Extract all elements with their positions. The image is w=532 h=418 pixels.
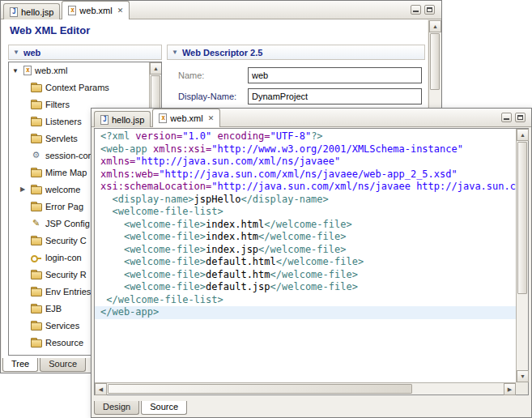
tree-item-label: Env Entries <box>45 287 91 296</box>
collapse-triangle-icon[interactable] <box>172 49 178 56</box>
tree-section-header[interactable]: web <box>8 45 162 60</box>
tab-hello-jsp[interactable]: hello.jsp <box>94 111 151 127</box>
tab-hello-jsp[interactable]: hello.jsp <box>3 3 60 19</box>
folder-icon <box>30 83 42 92</box>
tree-root-web-xml[interactable]: ▼web.xml <box>9 62 149 79</box>
tab-label: hello.jsp <box>112 115 144 125</box>
editor-tabbar: hello.jspweb.xml✕ <box>1 1 441 19</box>
maximize-glyph <box>517 115 523 120</box>
code-line[interactable]: </web-app> <box>95 306 516 319</box>
editor-tabbar: hello.jspweb.xml✕ <box>92 109 531 127</box>
scroll-thumb[interactable] <box>430 33 440 90</box>
window-buttons <box>411 5 435 15</box>
scroll-thumb[interactable] <box>108 384 412 394</box>
folder-icon <box>30 134 42 143</box>
collapse-triangle-icon[interactable]: ▼ <box>12 67 20 75</box>
source-editor: <?xml version="1.0" encoding="UTF-8"?><w… <box>94 128 529 395</box>
field-label: Display-Name: <box>178 92 236 101</box>
tree-section-title: web <box>23 48 40 58</box>
xml-file-icon <box>159 113 167 123</box>
code-line[interactable]: <?xml version="1.0" encoding="UTF-8"?> <box>100 130 516 143</box>
scroll-up-icon[interactable] <box>517 129 529 141</box>
code-line[interactable]: <welcome-file>default.html</welcome-file… <box>100 256 516 269</box>
descriptor-section-header[interactable]: Web Descriptor 2.5 <box>167 45 425 60</box>
minimize-glyph <box>504 118 509 120</box>
code-line[interactable]: xmlns="http://java.sun.com/xml/ns/javaee… <box>100 156 516 168</box>
view-tabs: DesignSource <box>94 401 189 415</box>
xml-file-icon <box>23 66 32 75</box>
field-input-name[interactable] <box>248 67 422 83</box>
source-editor-window: hello.jspweb.xml✕ <?xml version="1.0" en… <box>91 108 532 418</box>
code-line[interactable]: <welcome-file>index.html</welcome-file> <box>100 219 516 232</box>
scroll-down-icon[interactable] <box>517 370 529 382</box>
folder-icon <box>30 236 42 245</box>
key-icon <box>30 253 42 262</box>
form-row-1: Display-Name: <box>167 88 425 109</box>
scroll-up-icon[interactable] <box>150 62 162 75</box>
folder-icon <box>30 321 42 331</box>
tree-item-label: Security C <box>45 236 87 245</box>
pencil-icon <box>30 218 42 228</box>
tree-item-label: login-con <box>45 253 82 262</box>
close-icon[interactable]: ✕ <box>208 115 215 122</box>
scroll-right-icon[interactable] <box>504 383 516 395</box>
view-tab-tree[interactable]: Tree <box>2 358 38 372</box>
tab-web-xml[interactable]: web.xml✕ <box>152 109 220 127</box>
window-buttons <box>501 113 526 122</box>
maximize-glyph <box>427 7 432 12</box>
view-tab-design[interactable]: Design <box>94 401 139 415</box>
folder-icon <box>30 202 42 211</box>
tab-label: hello.jsp <box>21 7 53 17</box>
vertical-scrollbar[interactable] <box>516 129 528 382</box>
folder-icon <box>30 270 42 279</box>
tab-label: web.xml <box>170 113 202 123</box>
maximize-icon[interactable] <box>424 5 435 15</box>
expand-triangle-icon[interactable]: ▶ <box>19 186 27 193</box>
maximize-icon[interactable] <box>515 113 526 122</box>
jsp-file-icon <box>100 115 109 125</box>
tree-item-label: Error Pag <box>45 202 83 211</box>
collapse-triangle-icon[interactable] <box>13 49 19 56</box>
scroll-thumb[interactable] <box>517 142 527 294</box>
xml-file-icon <box>68 6 76 15</box>
tree-item-label: Context Params <box>45 83 109 92</box>
minimize-icon[interactable] <box>501 113 512 122</box>
view-tab-source[interactable]: Source <box>141 401 187 415</box>
code-line[interactable]: </welcome-file-list> <box>100 294 516 307</box>
gear-icon <box>30 150 42 160</box>
code-line[interactable]: <welcome-file>default.jsp</welcome-file> <box>100 281 516 294</box>
tree-item-label: Listeners <box>45 117 82 126</box>
horizontal-scrollbar[interactable] <box>95 382 516 395</box>
tab-label: web.xml <box>79 6 112 15</box>
code-line[interactable]: <welcome-file>index.htm</welcome-file> <box>100 231 516 244</box>
folder-icon <box>30 338 42 348</box>
code-line[interactable]: <welcome-file-list> <box>100 206 516 219</box>
scroll-left-icon[interactable] <box>95 383 107 395</box>
tree-item-context-params[interactable]: Context Params <box>9 79 149 96</box>
page-title: Web XML Editor <box>10 24 90 36</box>
folder-icon <box>30 168 42 177</box>
code-line[interactable]: <web-app xmlns:xsi="http://www.w3.org/20… <box>100 143 516 156</box>
view-tab-source[interactable]: Source <box>40 358 86 372</box>
code-line[interactable]: xmlns:web="http://java.sun.com/xml/ns/ja… <box>100 168 516 181</box>
tab-web-xml[interactable]: web.xml✕ <box>62 1 130 19</box>
minimize-icon[interactable] <box>411 5 421 15</box>
scroll-up-icon[interactable] <box>429 20 441 32</box>
field-label: Name: <box>178 70 204 80</box>
jsp-file-icon <box>10 7 18 17</box>
tree-item-label: EJB <box>45 304 62 314</box>
tree-item-label: Mime Map <box>45 168 87 177</box>
tree-item-label: session-con <box>45 151 93 160</box>
code-line[interactable]: <welcome-file>default.htm</welcome-file> <box>100 269 516 282</box>
close-icon[interactable]: ✕ <box>117 7 124 15</box>
scrollbar-corner <box>516 382 528 395</box>
code-line[interactable]: <display-name>jspHello</display-name> <box>100 194 516 207</box>
code-line[interactable]: xsi:schemaLocation="http://java.sun.com/… <box>100 181 516 194</box>
descriptor-form: Name:Display-Name: <box>167 67 425 109</box>
form-row-0: Name: <box>167 67 425 88</box>
code-area[interactable]: <?xml version="1.0" encoding="UTF-8"?><w… <box>95 129 516 382</box>
folder-icon <box>30 117 42 126</box>
minimize-glyph <box>413 11 419 12</box>
field-input-display-name[interactable] <box>248 88 422 104</box>
code-line[interactable]: <welcome-file>index.jsp</welcome-file> <box>100 244 516 257</box>
